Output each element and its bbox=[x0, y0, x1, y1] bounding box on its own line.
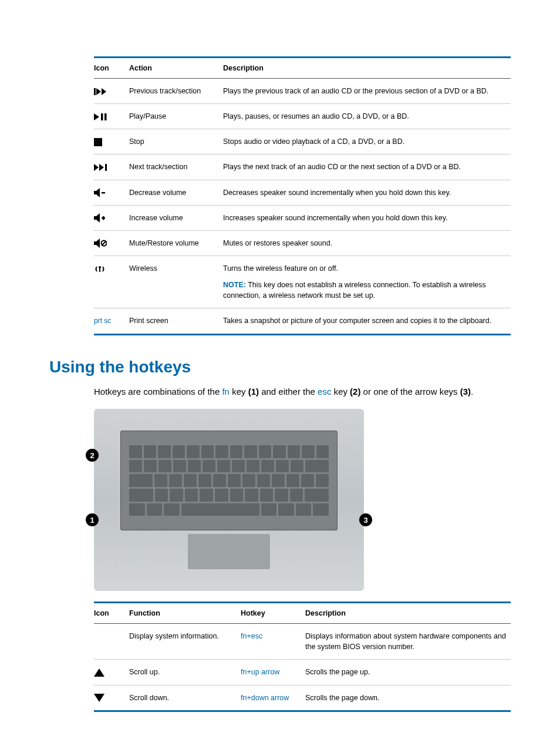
svg-rect-6 bbox=[94, 138, 102, 146]
mute-icon bbox=[94, 230, 129, 256]
table-row: Decrease volume Decreases speaker sound … bbox=[94, 180, 511, 205]
prt-sc-label: prt sc bbox=[94, 317, 111, 325]
callout-ref-2: (2) bbox=[350, 387, 360, 396]
svg-marker-14 bbox=[96, 213, 100, 223]
stop-icon bbox=[94, 129, 129, 154]
hotkey-text: fn+down arrow bbox=[241, 685, 305, 710]
volume-up-icon bbox=[94, 205, 129, 230]
table-row: Scroll up. fn+up arrow Scrolls the page … bbox=[94, 660, 511, 685]
action-label: Next track/section bbox=[129, 154, 223, 180]
svg-marker-24 bbox=[94, 694, 104, 702]
description-text: Increases speaker sound incrementally wh… bbox=[223, 205, 511, 230]
table-row: prt sc Print screen Takes a snapshot or … bbox=[94, 308, 511, 334]
table-row: Wireless Turns the wireless feature on o… bbox=[94, 256, 511, 308]
table-row: Next track/section Plays the next track … bbox=[94, 154, 511, 180]
print-screen-icon: prt sc bbox=[94, 308, 129, 334]
svg-line-20 bbox=[102, 241, 106, 245]
description-text: Scrolls the page up. bbox=[305, 660, 511, 685]
function-label: Display system information. bbox=[129, 624, 241, 660]
description-text: Plays, pauses, or resumes an audio CD, a… bbox=[223, 104, 511, 129]
scroll-up-icon bbox=[94, 660, 129, 685]
table-row: Mute/Restore volume Mutes or restores sp… bbox=[94, 230, 511, 256]
action-label: Wireless bbox=[129, 256, 223, 308]
hotkeys-table: Icon Function Hotkey Description Display… bbox=[94, 601, 511, 710]
header-hotkey: Hotkey bbox=[241, 603, 305, 624]
keyboard-graphic bbox=[120, 431, 338, 530]
hotkey-text: fn+esc bbox=[241, 624, 305, 660]
description-text: Decreases speaker sound incrementally wh… bbox=[223, 180, 511, 205]
action-label: Decrease volume bbox=[129, 180, 223, 205]
description-cell: Turns the wireless feature on or off. NO… bbox=[223, 256, 511, 308]
table-row: Play/Pause Plays, pauses, or resumes an … bbox=[94, 104, 511, 129]
svg-rect-16 bbox=[103, 216, 104, 220]
section-heading: Using the hotkeys bbox=[49, 358, 511, 377]
keyboard-illustration: 2 1 3 bbox=[94, 409, 364, 591]
touchpad-graphic bbox=[188, 534, 270, 569]
svg-marker-3 bbox=[94, 113, 99, 120]
svg-rect-9 bbox=[105, 164, 107, 171]
svg-rect-13 bbox=[94, 216, 96, 220]
description-text: Mutes or restores speaker sound. bbox=[223, 230, 511, 256]
header-description: Description bbox=[223, 58, 511, 79]
table-row: Stop Stops audio or video playback of a … bbox=[94, 129, 511, 154]
intro-text: . bbox=[471, 387, 473, 396]
action-label: Stop bbox=[129, 129, 223, 154]
volume-down-icon bbox=[94, 180, 129, 205]
table-row: Scroll down. fn+down arrow Scrolls the p… bbox=[94, 685, 511, 710]
note-text: This key does not establish a wireless c… bbox=[223, 281, 486, 300]
header-action: Action bbox=[129, 58, 223, 79]
description-text: Stops audio or video playback of a CD, a… bbox=[223, 129, 511, 154]
description-text: Plays the previous track of an audio CD … bbox=[223, 79, 511, 104]
action-label: Play/Pause bbox=[129, 104, 223, 129]
function-label: Scroll down. bbox=[129, 685, 241, 710]
description-text: Turns the wireless feature on or off. bbox=[223, 263, 507, 274]
callout-ref-1: (1) bbox=[248, 387, 259, 396]
description-text: Takes a snapshot or picture of your comp… bbox=[223, 308, 511, 334]
intro-text: and either the bbox=[259, 387, 318, 396]
table-row: Previous track/section Plays the previou… bbox=[94, 79, 511, 104]
header-function: Function bbox=[129, 603, 241, 624]
table-header-row: Icon Action Description bbox=[94, 58, 511, 79]
intro-text: Hotkeys are combinations of the bbox=[94, 387, 222, 396]
action-label: Mute/Restore volume bbox=[129, 230, 223, 256]
action-label: Previous track/section bbox=[129, 79, 223, 104]
svg-rect-17 bbox=[94, 241, 96, 245]
header-icon: Icon bbox=[94, 603, 129, 624]
wireless-icon bbox=[94, 256, 129, 308]
svg-marker-11 bbox=[96, 188, 100, 197]
header-description: Description bbox=[305, 603, 511, 624]
callout-1: 1 bbox=[86, 513, 99, 526]
header-icon: Icon bbox=[94, 58, 129, 79]
svg-point-22 bbox=[99, 266, 101, 268]
callout-3: 3 bbox=[359, 513, 372, 526]
svg-marker-8 bbox=[99, 164, 104, 171]
scroll-down-icon bbox=[94, 685, 129, 710]
next-track-icon bbox=[94, 154, 129, 180]
previous-track-icon bbox=[94, 79, 129, 104]
svg-rect-0 bbox=[94, 88, 96, 95]
play-pause-icon bbox=[94, 104, 129, 129]
description-text: Scrolls the page down. bbox=[305, 685, 511, 710]
callout-ref-3: (3) bbox=[460, 387, 471, 396]
action-label: Increase volume bbox=[129, 205, 223, 230]
callout-2: 2 bbox=[86, 449, 99, 462]
svg-marker-7 bbox=[94, 164, 99, 171]
hotkey-text: fn+up arrow bbox=[241, 660, 305, 685]
description-text: Plays the next track of an audio CD or t… bbox=[223, 154, 511, 180]
svg-rect-5 bbox=[104, 113, 107, 120]
action-label: Print screen bbox=[129, 308, 223, 334]
intro-text: key bbox=[331, 387, 350, 396]
table-header-row: Icon Function Hotkey Description bbox=[94, 603, 511, 624]
note-label: NOTE: bbox=[223, 281, 246, 289]
esc-key-text: esc bbox=[318, 387, 331, 396]
table-row: Increase volume Increases speaker sound … bbox=[94, 205, 511, 230]
table-row: Display system information. fn+esc Displ… bbox=[94, 624, 511, 660]
svg-rect-10 bbox=[94, 191, 96, 194]
svg-marker-2 bbox=[102, 88, 106, 95]
svg-rect-4 bbox=[101, 113, 103, 120]
fn-key-text: fn bbox=[222, 387, 230, 396]
empty-icon bbox=[94, 624, 129, 660]
svg-rect-12 bbox=[102, 192, 105, 194]
action-keys-table: Icon Action Description Previous track/s… bbox=[94, 56, 511, 334]
svg-marker-1 bbox=[96, 88, 101, 95]
